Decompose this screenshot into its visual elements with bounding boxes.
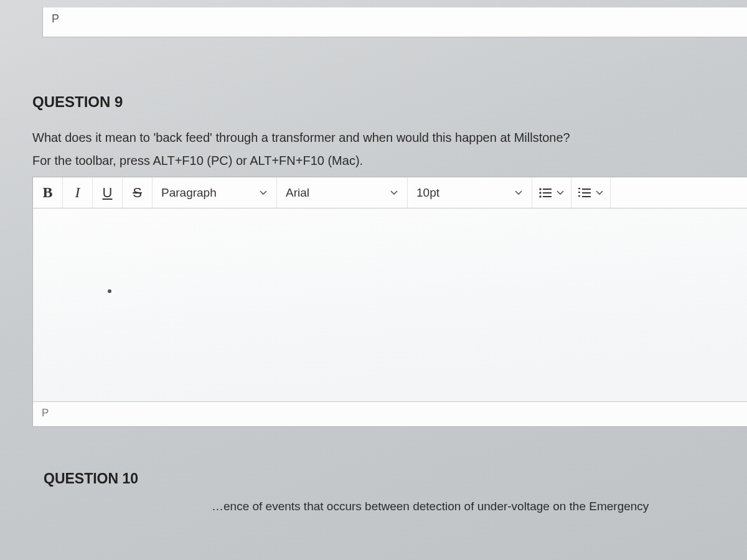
question-9-title: QUESTION 9 [32, 93, 747, 111]
editor-toolbar: B I U S Paragraph Arial 10pt [33, 177, 747, 208]
question-9-prompt: What does it mean to 'back feed' through… [32, 128, 747, 147]
bold-button[interactable]: B [33, 177, 63, 208]
strikethrough-button[interactable]: S [123, 177, 153, 208]
svg-rect-8 [578, 192, 580, 193]
chevron-down-icon [556, 189, 565, 197]
cursor-dot [108, 289, 111, 293]
svg-rect-1 [543, 189, 552, 190]
bulleted-list-icon [538, 187, 552, 198]
chevron-down-icon [595, 189, 604, 197]
svg-rect-3 [543, 192, 552, 194]
rich-text-editor: B I U S Paragraph Arial 10pt [32, 177, 747, 427]
svg-point-2 [539, 192, 541, 194]
question-10-title: QUESTION 10 [44, 470, 747, 487]
svg-point-0 [539, 188, 541, 190]
font-size-select[interactable]: 10pt [408, 177, 532, 208]
editor-path-indicator: P [42, 407, 49, 419]
svg-rect-9 [582, 192, 591, 194]
toolbar-access-hint: For the toolbar, press ALT+F10 (PC) or A… [32, 151, 747, 170]
svg-rect-10 [578, 195, 580, 197]
svg-rect-5 [543, 196, 552, 197]
svg-rect-11 [582, 196, 591, 197]
prev-path-indicator: P [52, 12, 59, 25]
paragraph-style-select[interactable]: Paragraph [153, 177, 277, 208]
font-family-select[interactable]: Arial [277, 177, 408, 208]
paragraph-style-label: Paragraph [161, 186, 217, 200]
chevron-down-icon [514, 189, 523, 197]
numbered-list-button[interactable] [571, 177, 611, 208]
font-size-label: 10pt [416, 186, 439, 200]
font-family-label: Arial [286, 186, 309, 200]
page-root: P QUESTION 9 What does it mean to 'back … [0, 7, 747, 513]
chevron-down-icon [390, 189, 398, 197]
svg-rect-7 [582, 189, 591, 190]
question-9-block: QUESTION 9 What does it mean to 'back fe… [32, 93, 747, 427]
svg-rect-6 [578, 188, 580, 189]
previous-question-status-bar: P [42, 7, 747, 37]
italic-button[interactable]: I [63, 177, 93, 208]
question-10-block: QUESTION 10 …ence of events that occurs … [44, 470, 747, 513]
numbered-list-icon [578, 187, 591, 198]
bulleted-list-button[interactable] [532, 177, 571, 208]
editor-status-bar: P [33, 401, 747, 426]
svg-point-4 [539, 195, 541, 197]
chevron-down-icon [259, 189, 268, 197]
editor-textarea[interactable] [33, 208, 747, 401]
question-10-fragment: …ence of events that occurs between dete… [44, 500, 747, 513]
underline-button[interactable]: U [93, 177, 123, 208]
